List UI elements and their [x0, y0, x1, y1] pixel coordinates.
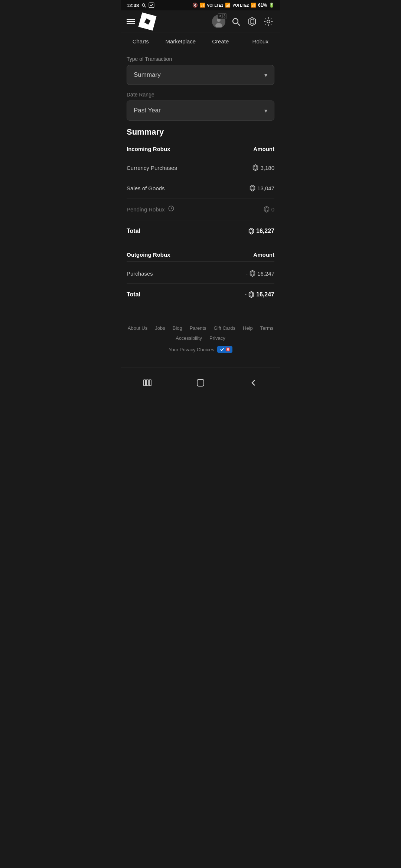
robux-coin-outgoing-total-icon — [248, 291, 255, 298]
svg-marker-20 — [249, 228, 254, 234]
incoming-total-row: Total 16,227 — [127, 220, 274, 238]
outgoing-total-value: - 16,247 — [245, 291, 274, 298]
table-row: Pending Robux 0 — [127, 198, 274, 220]
wifi-icon: 📶 — [200, 3, 205, 8]
status-right-icons: 🔇 📶 VOl LTE1 📶 VOl LTE2 📶 61% 🔋 — [192, 3, 274, 8]
settings-icon[interactable] — [263, 16, 274, 27]
outgoing-amount-header: Amount — [253, 251, 274, 258]
pending-robux-label: Pending Robux — [127, 205, 175, 213]
footer-terms[interactable]: Terms — [260, 325, 273, 331]
main-content: Type of Transaction Summary ▾ Date Range… — [121, 50, 280, 308]
search-status-icon — [141, 3, 146, 8]
purchases-value: - 16,247 — [246, 270, 274, 277]
transaction-type-value: Summary — [134, 71, 161, 79]
mute-icon: 🔇 — [192, 3, 198, 8]
footer-jobs[interactable]: Jobs — [155, 325, 165, 331]
footer-accessibility[interactable]: Accessibility — [176, 335, 202, 341]
footer: About Us Jobs Blog Parents Gift Cards He… — [121, 315, 280, 360]
svg-marker-15 — [250, 185, 255, 191]
signal-icon: 📶 — [225, 3, 231, 8]
back-button[interactable] — [246, 375, 261, 390]
avatar-badge: <13 — [218, 13, 227, 19]
svg-rect-31 — [146, 380, 148, 386]
checkmark-icon — [219, 347, 225, 352]
date-range-dropdown[interactable]: Past Year ▾ — [127, 101, 274, 121]
chevron-down-icon: ▾ — [264, 72, 267, 79]
currency-purchases-value: 3,180 — [252, 164, 274, 171]
status-time: 12:38 — [127, 3, 139, 8]
sales-of-goods-label: Sales of Goods — [127, 185, 165, 191]
svg-marker-16 — [251, 186, 254, 190]
privacy-choices-badge[interactable] — [217, 346, 232, 353]
robux-coin-muted-icon — [263, 206, 270, 213]
footer-giftcards[interactable]: Gift Cards — [214, 325, 236, 331]
robux-coin-total-icon — [248, 228, 255, 234]
tab-charts[interactable]: Charts — [121, 33, 161, 50]
svg-marker-23 — [251, 272, 254, 275]
transaction-type-dropdown[interactable]: Summary ▾ — [127, 65, 274, 85]
lte2-label: VOl LTE2 — [232, 3, 249, 7]
chevron-down-date-icon: ▾ — [264, 107, 267, 114]
recent-apps-button[interactable] — [140, 375, 155, 390]
svg-point-8 — [233, 19, 238, 24]
outgoing-total-label: Total — [127, 291, 140, 298]
bottom-nav — [121, 371, 280, 393]
footer-blog[interactable]: Blog — [173, 325, 182, 331]
battery-label: 61% — [258, 3, 267, 8]
tab-marketplace[interactable]: Marketplace — [161, 33, 201, 50]
avatar-container[interactable]: <13 — [212, 15, 225, 28]
robux-coin-icon — [249, 185, 256, 191]
lte-label: VOl LTE1 — [207, 3, 224, 7]
privacy-choices-label: Your Privacy Choices — [169, 347, 214, 352]
clock-icon — [168, 205, 175, 213]
footer-about[interactable]: About Us — [128, 325, 147, 331]
tab-create[interactable]: Create — [200, 33, 241, 50]
svg-marker-14 — [254, 166, 257, 170]
svg-point-0 — [142, 4, 145, 6]
incoming-total-label: Total — [127, 228, 140, 234]
bottom-divider — [121, 368, 280, 368]
svg-marker-24 — [249, 292, 254, 297]
svg-rect-2 — [149, 3, 154, 7]
footer-links: About Us Jobs Blog Parents Gift Cards He… — [127, 325, 274, 341]
summary-title: Summary — [127, 127, 274, 137]
incoming-amount-header: Amount — [253, 146, 274, 152]
svg-rect-32 — [149, 380, 151, 386]
x-icon — [226, 347, 230, 352]
hamburger-menu[interactable] — [127, 19, 135, 24]
incoming-table-header: Incoming Robux Amount — [127, 143, 274, 156]
roblox-logo[interactable] — [138, 13, 157, 31]
svg-line-9 — [238, 23, 240, 26]
outgoing-header-label: Outgoing Robux — [127, 251, 170, 258]
robux-coin-icon — [252, 164, 259, 171]
check-status-icon — [149, 2, 154, 8]
privacy-choices-row: Your Privacy Choices — [127, 346, 274, 353]
footer-parents[interactable]: Parents — [190, 325, 206, 331]
table-row: Currency Purchases 3,180 — [127, 158, 274, 178]
robux-icon-nav[interactable] — [246, 16, 258, 27]
svg-rect-30 — [144, 380, 146, 386]
currency-purchases-label: Currency Purchases — [127, 165, 177, 171]
table-row: Sales of Goods 13,047 — [127, 178, 274, 198]
search-icon[interactable] — [230, 16, 242, 27]
type-label: Type of Transaction — [127, 56, 274, 62]
outgoing-table-header: Outgoing Robux Amount — [127, 249, 274, 262]
footer-help[interactable]: Help — [243, 325, 253, 331]
battery-icon: 🔋 — [269, 3, 274, 8]
sales-of-goods-value: 13,047 — [249, 185, 274, 191]
svg-line-1 — [145, 6, 146, 7]
incoming-header-label: Incoming Robux — [127, 146, 170, 152]
svg-marker-19 — [265, 207, 268, 211]
footer-privacy[interactable]: Privacy — [209, 335, 225, 341]
svg-marker-11 — [250, 19, 254, 24]
date-label: Date Range — [127, 92, 274, 98]
signal2-icon: 📶 — [251, 3, 256, 8]
nav-tabs: Charts Marketplace Create Robux — [121, 33, 280, 50]
svg-marker-18 — [264, 206, 269, 212]
tab-robux[interactable]: Robux — [241, 33, 281, 50]
svg-marker-25 — [250, 293, 252, 296]
top-nav: <13 — [121, 10, 280, 33]
svg-point-12 — [267, 20, 270, 23]
home-button[interactable] — [193, 375, 208, 390]
incoming-total-value: 16,227 — [248, 228, 274, 234]
